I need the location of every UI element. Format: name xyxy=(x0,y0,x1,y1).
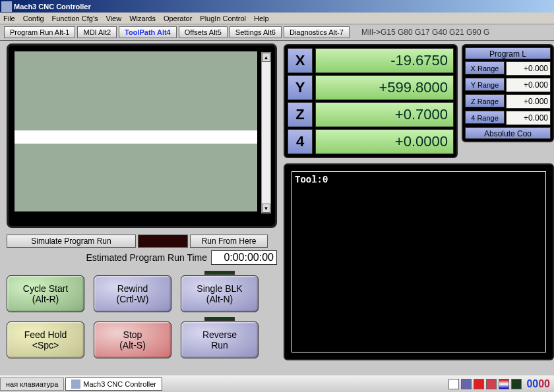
absolute-coord-header: Absolute Coo xyxy=(465,127,551,139)
tab-toolpath[interactable]: ToolPath Alt4 xyxy=(119,26,177,38)
dro-z-value[interactable]: +0.7000 xyxy=(315,102,454,127)
dro-4-value[interactable]: +0.0000 xyxy=(315,129,454,154)
rewind-button[interactable]: Rewind (Crtl-W) xyxy=(94,275,171,312)
window-title: Mach3 CNC Controller xyxy=(14,3,91,11)
run-from-here-button[interactable]: Run From Here xyxy=(190,235,268,248)
toolpath-display[interactable]: ▲ ▼ xyxy=(7,43,277,228)
dro-y-value[interactable]: +599.8000 xyxy=(315,75,454,100)
tab-program-run[interactable]: Program Run Alt-1 xyxy=(4,26,75,38)
dro-panel: X -19.6750 Y +599.8000 Z +0.7000 4 +0.00… xyxy=(284,44,458,158)
tray-chevron-icon[interactable] xyxy=(448,379,459,389)
tabbar: Program Run Alt-1 MDI Alt2 ToolPath Alt4… xyxy=(0,24,554,41)
single-blk-button[interactable]: Single BLK (Alt-N) xyxy=(181,275,259,312)
axis-x-button[interactable]: X xyxy=(288,48,313,73)
4-range-value: +0.000 xyxy=(506,111,551,125)
scroll-down-icon[interactable]: ▼ xyxy=(262,204,270,213)
tray-shield-icon[interactable] xyxy=(486,379,497,389)
rewind-label: Rewind xyxy=(117,283,148,294)
axis-4-button[interactable]: 4 xyxy=(288,129,313,154)
estimated-time-label: Estimated Program Run Time xyxy=(86,252,207,263)
reverse-run-label: Reverse xyxy=(202,329,237,340)
reverse-run-button[interactable]: Reverse Run xyxy=(181,322,259,358)
menu-wizards[interactable]: Wizards xyxy=(129,14,156,22)
menu-operator[interactable]: Operator xyxy=(164,14,192,22)
reverse-run-sublabel: Run xyxy=(211,340,228,350)
menubar: File Config Function Cfg's View Wizards … xyxy=(0,13,554,24)
tab-diagnostics[interactable]: Diagnostics Alt-7 xyxy=(284,26,350,38)
cycle-start-label: Cycle Start xyxy=(23,283,68,294)
toolpath-canvas xyxy=(14,51,258,212)
estimated-time-value: 0:00:00:00 xyxy=(211,250,277,265)
x-range-label: X Range xyxy=(465,61,505,74)
simulate-button[interactable]: Simulate Program Run xyxy=(7,235,136,248)
toolpath-line xyxy=(15,130,257,144)
x-range-value: +0.000 xyxy=(506,61,551,76)
menu-file[interactable]: File xyxy=(3,14,15,22)
menu-config[interactable]: Config xyxy=(23,14,44,22)
program-limits-panel: Program L X Range +0.000 Y Range +0.000 … xyxy=(462,44,554,142)
z-range-value: +0.000 xyxy=(506,94,551,109)
tray-monitor-icon[interactable] xyxy=(511,379,522,389)
stop-hotkey: (Alt-S) xyxy=(119,340,146,350)
single-blk-label: Single BLK xyxy=(197,283,242,294)
taskbar: ная клавиатура Mach3 CNC Controller 0000 xyxy=(0,376,554,392)
axis-y-button[interactable]: Y xyxy=(288,75,313,100)
tab-mdi[interactable]: MDI Alt2 xyxy=(77,26,117,38)
task-app-icon xyxy=(71,379,80,389)
tray-display-icon[interactable] xyxy=(461,379,472,389)
cycle-start-button[interactable]: Cycle Start (Alt-R) xyxy=(7,275,84,312)
z-range-label: Z Range xyxy=(465,94,505,107)
scrollbar-vertical[interactable]: ▲ ▼ xyxy=(261,52,271,213)
gcode-display: Tool:0 xyxy=(284,163,554,360)
single-blk-led xyxy=(204,271,235,275)
single-blk-hotkey: (Alt-N) xyxy=(206,294,233,304)
clock[interactable]: 0000 xyxy=(526,378,550,390)
taskbar-item-mach3[interactable]: Mach3 CNC Controller xyxy=(65,378,162,391)
tray-antivirus-icon[interactable] xyxy=(474,379,484,389)
taskbar-item-label: Mach3 CNC Controller xyxy=(83,380,156,388)
feed-hold-button[interactable]: Feed Hold <Spc> xyxy=(7,322,84,358)
tab-settings[interactable]: Settings Alt6 xyxy=(230,26,282,38)
feed-hold-label: Feed Hold xyxy=(24,329,67,340)
stop-label: Stop xyxy=(123,329,142,340)
window-titlebar: Mach3 CNC Controller xyxy=(0,0,554,13)
rewind-hotkey: (Crtl-W) xyxy=(117,294,149,304)
gcode-status: Mill->G15 G80 G17 G40 G21 G90 G xyxy=(361,28,489,37)
menu-view[interactable]: View xyxy=(106,14,122,22)
system-tray: 0000 xyxy=(448,378,554,390)
scroll-up-icon[interactable]: ▲ xyxy=(262,53,270,62)
menu-plugin-control[interactable]: PlugIn Control xyxy=(200,14,246,22)
y-range-label: Y Range xyxy=(465,78,505,91)
gcode-text: Tool:0 xyxy=(292,171,546,352)
stop-button[interactable]: Stop (Alt-S) xyxy=(94,322,171,358)
y-range-value: +0.000 xyxy=(506,78,551,92)
dro-x-value[interactable]: -19.6750 xyxy=(315,48,454,73)
cycle-start-hotkey: (Alt-R) xyxy=(32,294,59,304)
sim-led xyxy=(138,235,188,248)
taskbar-item-prev[interactable]: ная клавиатура xyxy=(0,378,64,391)
program-limits-header: Program L xyxy=(465,47,551,59)
menu-function-cfgs[interactable]: Function Cfg's xyxy=(52,14,98,22)
app-icon xyxy=(1,1,12,12)
axis-z-button[interactable]: Z xyxy=(288,102,313,127)
tab-offsets[interactable]: Offsets Alt5 xyxy=(179,26,228,38)
feed-hold-hotkey: <Spc> xyxy=(32,340,59,350)
reverse-run-led xyxy=(204,317,235,321)
4-range-label: 4 Range xyxy=(465,111,505,124)
tray-flag-icon[interactable] xyxy=(499,379,509,389)
menu-help[interactable]: Help xyxy=(254,14,269,22)
